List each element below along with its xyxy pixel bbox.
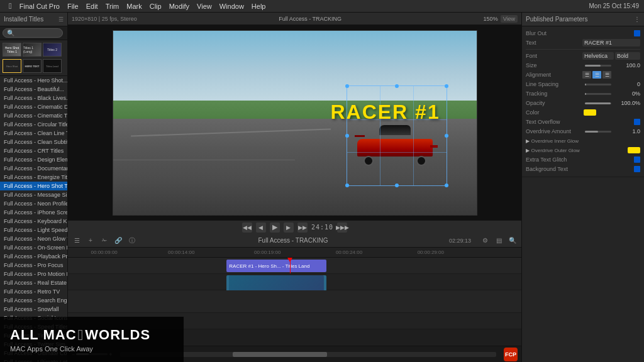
thumb-3[interactable]: Titles 2: [43, 43, 62, 57]
opacity-fill: [585, 102, 611, 104]
list-item[interactable]: Full Access - Real Estate Pro: [0, 278, 67, 287]
prev-frame-button[interactable]: ◀: [256, 222, 266, 233]
divider-1: [526, 49, 640, 50]
color-swatch[interactable]: [584, 109, 596, 116]
list-item[interactable]: Full Access - On-Screen P...: [0, 243, 67, 252]
app-menu-help[interactable]: Help: [248, 0, 270, 13]
align-left-button[interactable]: ☰: [582, 71, 591, 79]
clip-info-button[interactable]: ⓘ: [127, 236, 137, 246]
loop-button[interactable]: ▶▶▶: [337, 222, 347, 233]
preview-area[interactable]: RACER #1: [68, 25, 521, 220]
list-item[interactable]: Full Access - Clean Subtitles: [0, 138, 67, 146]
inspector-menu-icon[interactable]: ⋮: [634, 16, 640, 23]
ruler-mark-4: 00:00:24:00: [336, 250, 362, 255]
list-item[interactable]: Full Access - Snowfall: [0, 305, 67, 314]
timeline-add-button[interactable]: +: [86, 236, 96, 246]
list-item[interactable]: Full Access - Documentary...: [0, 164, 67, 173]
line-spacing-slider[interactable]: [585, 84, 611, 85]
overdrive-outer-swatch[interactable]: [628, 147, 640, 153]
inspector-title: Published Parameters: [526, 16, 587, 23]
list-item[interactable]: Full Access - Cinematic D...: [0, 102, 67, 111]
list-item[interactable]: Full Access - Keyboard Keys: [0, 217, 67, 226]
go-to-start-button[interactable]: ◀◀: [242, 222, 252, 233]
next-frame-button[interactable]: ▶: [284, 222, 294, 233]
list-item[interactable]: Full Access - Hero Shot...: [0, 76, 67, 85]
center-area: 1920×810 | 25 fps, Stereo Full Access - …: [68, 13, 521, 362]
search-input[interactable]: [3, 28, 63, 38]
car-body: [357, 139, 433, 156]
blade-button[interactable]: ✁: [99, 236, 109, 246]
thumb-6[interactable]: Titles Lead: [43, 59, 62, 73]
list-item[interactable]: Full Access - Playback Prog...: [0, 252, 67, 261]
title-clip[interactable]: RACER #1 - Hero Sh... - Titles Land: [226, 260, 326, 272]
scrollbar-thumb[interactable]: [233, 352, 327, 357]
size-slider-fill: [585, 65, 601, 67]
thumb-2[interactable]: Titles 1 (Long): [23, 43, 42, 57]
list-item[interactable]: Full Access - Energize Titles: [0, 173, 67, 182]
go-to-end-button[interactable]: ▶▶: [297, 222, 308, 233]
extra-glitch-checkbox[interactable]: [634, 156, 640, 163]
app-menu-modify[interactable]: Modify: [165, 0, 193, 13]
list-item[interactable]: Full Access - Pro Focus: [0, 261, 67, 270]
font-style[interactable]: Bold: [615, 52, 640, 60]
list-item[interactable]: Full Access - Neon Glow Title: [0, 234, 67, 243]
alignment-buttons: ☰ ☰ ☰: [582, 71, 611, 79]
list-item[interactable]: Full Access - Circular Titles: [0, 120, 67, 129]
list-item[interactable]: Full Access - Light Speed T...: [0, 226, 67, 234]
list-item[interactable]: Full Access - Neon Profile...: [0, 199, 67, 208]
view-dropdown[interactable]: View: [501, 15, 518, 23]
list-item[interactable]: Full Access - Search Engine: [0, 296, 67, 305]
app-menu-mark[interactable]: Mark: [123, 0, 145, 13]
playhead[interactable]: [290, 258, 291, 273]
list-item[interactable]: Full Access - Pro Motion Blur: [0, 270, 67, 278]
align-center-button[interactable]: ☰: [592, 71, 601, 79]
browser-menu-icon[interactable]: ☰: [58, 16, 64, 23]
list-item-selected[interactable]: Full Access - Hero Shot Titles: [0, 182, 67, 190]
list-item[interactable]: Full Access - Beautiful...: [0, 85, 67, 94]
list-item[interactable]: Full Access - Message Sim...: [0, 190, 67, 199]
alignment-label: Alignment: [526, 72, 582, 78]
overdrive-slider[interactable]: [585, 131, 611, 133]
list-item[interactable]: Full Access - Retro TV: [0, 287, 67, 296]
extra-glitch-row: Extra Text Glitch: [526, 155, 640, 164]
blur-out-checkbox[interactable]: [634, 30, 640, 36]
tracking-fill: [585, 93, 586, 95]
list-item[interactable]: Full Access - Clean Line T...: [0, 129, 67, 138]
opacity-slider[interactable]: [585, 102, 611, 104]
index-button[interactable]: ☰: [72, 236, 82, 246]
car-rear-wing: [355, 135, 365, 137]
app-menu-file[interactable]: File: [64, 0, 82, 13]
list-item[interactable]: Full Access - Black Lives...: [0, 94, 67, 102]
app-menu-clip[interactable]: Clip: [146, 0, 165, 13]
text-overflow-row: Text Overflow: [526, 118, 640, 126]
bg-text-checkbox[interactable]: [634, 166, 640, 172]
text-overflow-checkbox[interactable]: [634, 119, 640, 125]
app-menu-trim[interactable]: Trim: [102, 0, 123, 13]
play-button[interactable]: ▶: [270, 222, 280, 233]
line-spacing-label: Line Spacing: [526, 81, 582, 87]
thumb-1[interactable]: Hero Shot Titles 1: [3, 43, 21, 57]
align-right-button[interactable]: ☰: [602, 71, 611, 79]
timeline-options-button[interactable]: ⚙: [480, 236, 490, 246]
list-item[interactable]: Full Access - iPhone Screen: [0, 208, 67, 217]
timeline-zoom-button[interactable]: 🔍: [508, 236, 518, 246]
thumbnail-grid: Hero Shot Titles 1 Titles 1 (Long) Title…: [0, 40, 67, 76]
app-menu-edit[interactable]: Edit: [82, 0, 102, 13]
app-menu-window[interactable]: Window: [216, 0, 248, 13]
app-menu-finalcutpro[interactable]: Final Cut Pro: [16, 0, 64, 13]
timeline-appearance-button[interactable]: ▤: [494, 236, 504, 246]
link-button[interactable]: 🔗: [113, 236, 123, 246]
list-item[interactable]: Full Access - CRT Titles: [0, 146, 67, 155]
app-menu-view[interactable]: View: [193, 0, 216, 13]
text-value[interactable]: RACER #1: [582, 39, 640, 47]
thumb-4[interactable]: Hero Shot: [3, 59, 21, 73]
list-item[interactable]: Full Access - Cinematic T...: [0, 111, 67, 120]
apple-menu[interactable]: : [5, 0, 16, 13]
tracking-slider[interactable]: [585, 93, 611, 95]
fcpx-icon[interactable]: FCP: [504, 348, 518, 361]
list-item[interactable]: Full Access - Design Elem...: [0, 155, 67, 164]
font-value[interactable]: Helvetica: [582, 52, 614, 60]
size-slider[interactable]: [585, 65, 611, 67]
thumb-5[interactable]: HERO TEXT: [23, 59, 42, 73]
overdrive-fill: [585, 131, 598, 133]
